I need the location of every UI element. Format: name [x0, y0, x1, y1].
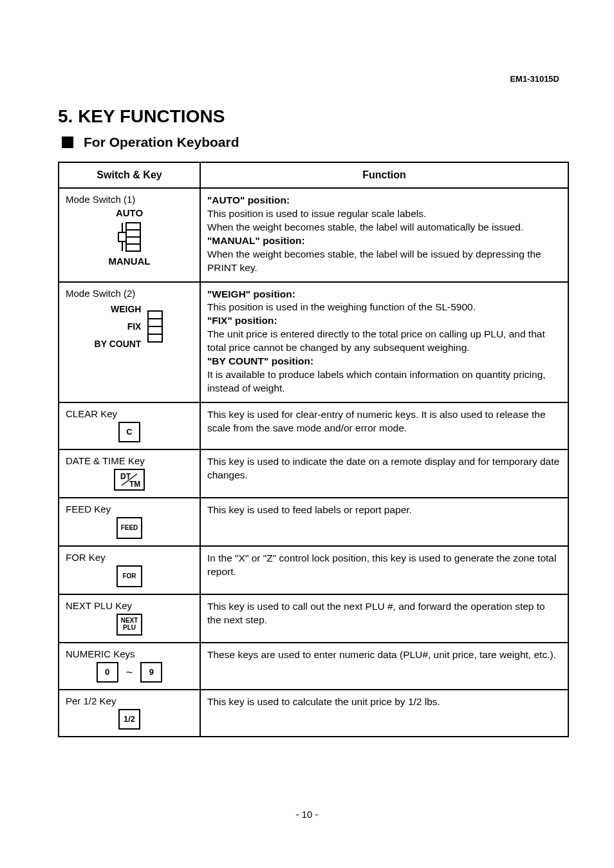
key-cell-feed: FEED Key FEED — [59, 498, 200, 546]
svg-text:TM: TM — [129, 480, 140, 488]
function-cell: This key is used to call out the next PL… — [200, 594, 568, 643]
key-cell-nextplu: NEXT PLU Key NEXT PLU — [59, 594, 200, 643]
key-name: DATE & TIME Key — [66, 455, 193, 466]
key-function-table: Switch & Key Function Mode Switch (1) AU… — [58, 162, 569, 737]
func-text: When the weight becomes stable, the labe… — [207, 249, 541, 273]
weigh-label: WEIGH — [95, 304, 142, 314]
table-row: FEED Key FEED This key is used to feed l… — [59, 498, 568, 546]
func-text: It is available to produce labels which … — [207, 369, 546, 393]
key-box-feed: FEED — [116, 517, 142, 539]
key-cell-mode2: Mode Switch (2) WEIGH FIX BY COUNT — [59, 282, 200, 402]
table-row: CLEAR Key C This key is used for clear-e… — [59, 402, 568, 449]
header-function: Function — [200, 162, 568, 188]
fix-label: FIX — [95, 321, 142, 332]
square-bullet-icon — [62, 137, 73, 148]
function-cell: In the "X" or "Z" control lock position,… — [200, 546, 568, 594]
table-row: DATE & TIME Key DT TM This key is used t… — [59, 449, 568, 498]
tilde-icon: ~ — [126, 666, 133, 679]
nextplu-l2: PLU — [123, 625, 136, 632]
header-switch-key: Switch & Key — [59, 162, 200, 188]
switch-icon — [115, 220, 144, 254]
func-bold: "FIX" position: — [207, 315, 277, 326]
key-cell-clear: CLEAR Key C — [59, 402, 200, 449]
key-cell-half: Per 1/2 Key 1/2 — [59, 690, 200, 737]
svg-rect-4 — [118, 232, 126, 241]
subtitle-row: For Operation Keyboard — [58, 135, 569, 150]
table-header-row: Switch & Key Function — [59, 162, 568, 188]
subtitle: For Operation Keyboard — [84, 135, 239, 150]
key-name: FOR Key — [66, 552, 193, 563]
key-box-nextplu: NEXT PLU — [116, 614, 142, 636]
func-text: This position is used in the weighing fu… — [207, 301, 476, 312]
auto-label: AUTO — [66, 207, 193, 218]
key-name: Mode Switch (1) — [66, 194, 193, 205]
key-name: Per 1/2 Key — [66, 695, 193, 706]
function-cell: "WEIGH" position: This position is used … — [200, 282, 568, 402]
func-bold: "MANUAL" position: — [207, 235, 305, 246]
func-bold: "AUTO" position: — [207, 194, 290, 205]
key-name: NUMERIC Keys — [66, 648, 193, 659]
key-name: FEED Key — [66, 504, 193, 514]
document-id: EM1-31015D — [510, 74, 559, 84]
func-text: The unit price is entered directly to th… — [207, 328, 545, 353]
table-row: NEXT PLU Key NEXT PLU This key is used t… — [59, 594, 568, 643]
key-cell-numeric: NUMERIC Keys 0 ~ 9 — [59, 643, 200, 690]
table-row: Mode Switch (1) AUTO MANUAL — [59, 188, 568, 282]
table-row: Mode Switch (2) WEIGH FIX BY COUNT — [59, 282, 568, 402]
key-box-half: 1/2 — [118, 709, 140, 730]
key-name: Mode Switch (2) — [66, 288, 193, 299]
switch-icon — [146, 308, 164, 345]
bycount-label: BY COUNT — [95, 339, 142, 349]
func-text: This position is used to issue regular s… — [207, 208, 426, 219]
key-name: NEXT PLU Key — [66, 600, 193, 611]
function-cell: This key is used for clear-entry of nume… — [200, 402, 568, 449]
table-row: Per 1/2 Key 1/2 This key is used to calc… — [59, 690, 568, 737]
function-cell: This key is used to calculate the unit p… — [200, 690, 568, 737]
key-box-for: FOR — [116, 565, 142, 587]
table-row: FOR Key FOR In the "X" or "Z" control lo… — [59, 546, 568, 594]
page-number: - 10 - — [0, 809, 614, 820]
dt-tm-icon: DT TM — [118, 471, 141, 488]
key-box-c: C — [118, 422, 140, 442]
section-title: 5. KEY FUNCTIONS — [58, 106, 569, 127]
key-box-9: 9 — [140, 662, 162, 683]
table-row: NUMERIC Keys 0 ~ 9 These keys are used t… — [59, 643, 568, 690]
func-bold: "BY COUNT" position: — [207, 355, 313, 366]
key-name: CLEAR Key — [66, 408, 193, 419]
function-cell: This key is used to indicate the date on… — [200, 449, 568, 498]
key-cell-for: FOR Key FOR — [59, 546, 200, 594]
function-cell: These keys are used to enter numeric dat… — [200, 643, 568, 690]
key-cell-mode1: Mode Switch (1) AUTO MANUAL — [59, 188, 200, 282]
key-box-0: 0 — [97, 662, 118, 683]
function-cell: "AUTO" position: This position is used t… — [200, 188, 568, 282]
func-bold: "WEIGH" position: — [207, 288, 295, 299]
function-cell: This key is used to feed labels or repor… — [200, 498, 568, 546]
func-text: When the weight becomes stable, the labe… — [207, 222, 523, 232]
key-box-dttm: DT TM — [114, 469, 145, 491]
manual-label: MANUAL — [66, 256, 193, 267]
key-cell-dttm: DATE & TIME Key DT TM — [59, 449, 200, 498]
